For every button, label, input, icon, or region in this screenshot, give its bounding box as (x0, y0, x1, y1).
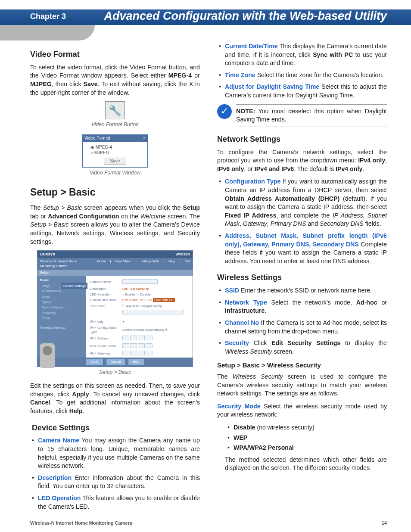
left-column: Video Format To select the video format,… (30, 42, 200, 515)
item-time-zone: Time Zone Select the time zone for the C… (217, 71, 387, 80)
item-dst: Adjust for Daylight Saving Time Select t… (217, 83, 387, 100)
security-tail: The method selected determines which oth… (217, 456, 387, 473)
footer-product: Wireless-N Internet Home Monitoring Came… (30, 520, 132, 526)
ss-product: Wireless-N Internet Home Monitoring Came… (40, 259, 93, 268)
item-config-type: Configuration Type If you want to automa… (217, 177, 387, 228)
mode-disable: Disable (no wireless security) (227, 423, 387, 432)
page-footer: Wireless-N Internet Home Monitoring Came… (30, 520, 387, 526)
setup-basic-heading: Setup > Basic (30, 186, 200, 199)
video-format-button-caption: Video Format Button (30, 121, 200, 128)
wireless-security-p1: The Wireless Security screen is used to … (217, 373, 387, 398)
item-security: Security Click Edit Security Settings to… (217, 339, 387, 356)
mode-wep: WEP (227, 434, 387, 442)
vf-window-title: Video Format (84, 135, 110, 141)
device-led: LED Operation This feature allows you to… (30, 494, 200, 511)
video-format-heading: Video Format (30, 49, 200, 60)
chapter-label: Chapter 3 (30, 12, 66, 21)
setup-basic-caption: Setup > Basic (30, 369, 200, 376)
mode-wpa: WPA/WPA2 Personal (227, 444, 387, 452)
setup-basic-p2: Edit the settings on this screen as need… (30, 382, 200, 415)
device-description: Description Enter information about the … (30, 474, 200, 491)
note-box: ✓ NOTE: You must deselect this option wh… (217, 104, 387, 127)
video-format-para: To select the video format, click the Vi… (30, 63, 200, 97)
footer-page-number: 14 (382, 520, 387, 526)
item-network-type: Network Type Select the network's mode, … (217, 299, 387, 315)
device-settings-heading: Device Settings (32, 423, 200, 433)
video-format-window: Video Format × ◉ MPEG-4 ○ MJPEG Save (82, 134, 148, 168)
wireless-security-subheading: Setup > Basic > Wireless Security (217, 361, 387, 370)
page-header: Chapter 3 Advanced Configuration with th… (30, 9, 387, 30)
vf-save-button: Save (104, 158, 126, 165)
setup-basic-screenshot: LINKSYS WVC80N Wireless-N Internet Home … (37, 250, 193, 367)
item-current-date-time: Current Date/Time This displays the Came… (217, 42, 387, 68)
wrench-icon: 🔧 (105, 101, 125, 119)
video-format-window-caption: Video Format Window (30, 169, 200, 177)
item-address-fields: Address, Subnet Mask, Subnet prefix leng… (217, 232, 387, 265)
page-title: Advanced Configuration with the Web-base… (104, 9, 387, 23)
setup-basic-p1: The Setup > Basic screen appears when yo… (30, 204, 200, 246)
network-settings-heading: Network Settings (217, 134, 387, 145)
vf-opt-mjpeg: ○ MJPEG (90, 150, 142, 156)
item-ssid: SSID Enter the network's SSID or network… (217, 286, 387, 295)
ss-model: WVC80N (176, 252, 190, 257)
security-mode-para: Security Mode Select the wireless securi… (217, 402, 387, 419)
camera-icon (40, 343, 55, 368)
network-settings-para: To configure the Camera's network settin… (217, 148, 387, 174)
item-channel-no: Channel No If the Camera is set to Ad-ho… (217, 319, 387, 336)
wireless-settings-heading: Wireless Settings (217, 272, 387, 283)
vf-opt-mpeg4: ◉ MPEG-4 (90, 144, 142, 150)
close-icon: × (143, 135, 146, 141)
right-column: Current Date/Time This displays the Came… (217, 42, 387, 515)
check-icon: ✓ (217, 104, 232, 119)
device-camera-name: Camera Name You may assign the Camera an… (30, 436, 200, 470)
ss-brand: LINKSYS (40, 252, 55, 257)
